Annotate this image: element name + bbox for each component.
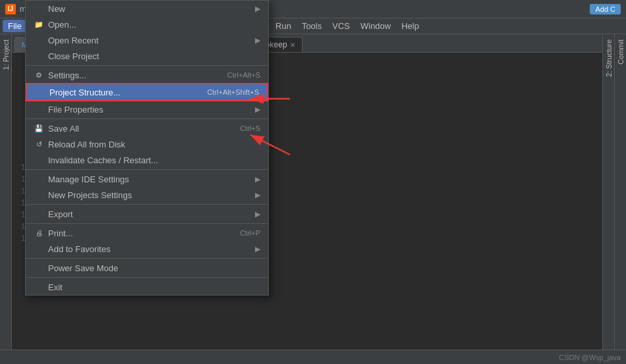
separator-1 <box>26 65 268 66</box>
open-recent-arrow: ▶ <box>255 36 260 45</box>
menu-item-project-structure[interactable]: Project Structure... Ctrl+Alt+Shift+S <box>26 83 268 101</box>
menu-item-save-all[interactable]: 💾 Save All Ctrl+S <box>26 120 268 136</box>
print-icon: 🖨 <box>34 228 44 238</box>
project-structure-shortcut: Ctrl+Alt+Shift+S <box>207 88 259 96</box>
settings-icon: ⚙ <box>34 70 44 80</box>
structure-sidebar-label[interactable]: 2: Structure <box>604 34 614 82</box>
status-text: CSDN @Wsp_java <box>559 353 621 361</box>
favorites-label: Add to Favorites <box>48 244 255 254</box>
file-properties-label: File Properties <box>48 105 255 115</box>
menu-tools[interactable]: Tools <box>297 20 327 32</box>
new-projects-label: New Projects Settings <box>48 190 255 200</box>
save-all-icon: 💾 <box>34 123 44 134</box>
menu-item-open[interactable]: 📁 Open... <box>26 16 268 32</box>
separator-2 <box>26 118 268 119</box>
project-structure-label: Project Structure... <box>49 88 202 97</box>
title-bar-right: Add C <box>590 4 621 14</box>
reload-icon: ↺ <box>34 139 44 149</box>
commit-sidebar-label[interactable]: Commit <box>615 34 626 70</box>
project-structure-icon <box>35 87 45 97</box>
export-label: Export <box>48 209 255 219</box>
menu-help[interactable]: Help <box>396 20 424 32</box>
new-label: New <box>48 4 255 14</box>
menu-item-exit[interactable]: Exit <box>26 279 268 295</box>
manage-ide-icon <box>34 174 44 184</box>
file-dropdown-menu: New ▶ 📁 Open... Open Recent ▶ Close Proj… <box>25 0 269 296</box>
open-icon: 📁 <box>34 19 44 30</box>
favorites-arrow: ▶ <box>255 245 260 253</box>
new-icon <box>34 3 44 14</box>
menu-vcs[interactable]: VCS <box>327 20 355 32</box>
favorites-icon <box>34 244 44 254</box>
menu-item-power-save[interactable]: Power Save Mode <box>26 260 268 276</box>
export-icon <box>34 209 44 219</box>
save-all-shortcut: Ctrl+S <box>240 124 260 132</box>
exit-label: Exit <box>48 282 260 292</box>
reload-label: Reload All from Disk <box>48 140 260 149</box>
menu-item-settings[interactable]: ⚙ Settings... Ctrl+Alt+S <box>26 67 268 83</box>
new-projects-arrow: ▶ <box>255 191 260 199</box>
open-recent-label: Open Recent <box>48 36 255 45</box>
menu-item-favorites[interactable]: Add to Favorites ▶ <box>26 241 268 257</box>
menu-item-open-recent[interactable]: Open Recent ▶ <box>26 32 268 48</box>
save-all-label: Save All <box>48 124 235 134</box>
app-logo: IJ <box>5 4 16 14</box>
add-button[interactable]: Add C <box>590 4 621 14</box>
menu-item-invalidate[interactable]: Invalidate Caches / Restart... <box>26 152 268 168</box>
menu-item-close-project[interactable]: Close Project <box>26 48 268 64</box>
new-projects-icon <box>34 190 44 200</box>
open-recent-icon <box>34 35 44 45</box>
structure-sidebar[interactable]: 2: Structure <box>602 34 614 364</box>
close-project-label: Close Project <box>48 51 260 61</box>
power-save-label: Power Save Mode <box>48 263 260 273</box>
menu-item-new[interactable]: New ▶ <box>26 1 268 16</box>
open-label: Open... <box>48 20 260 30</box>
project-sidebar[interactable]: 1: Project <box>0 34 12 364</box>
print-label: Print... <box>48 228 235 238</box>
file-properties-icon <box>34 104 44 115</box>
file-properties-arrow: ▶ <box>255 105 260 114</box>
menu-item-file-properties[interactable]: File Properties ▶ <box>26 101 268 117</box>
print-shortcut: Ctrl+P <box>240 229 260 237</box>
settings-label: Settings... <box>48 70 222 80</box>
export-arrow: ▶ <box>255 210 260 219</box>
separator-6 <box>26 258 268 259</box>
tab-java-close[interactable]: ✕ <box>290 41 295 49</box>
menu-window[interactable]: Window <box>355 20 396 32</box>
menu-item-export[interactable]: Export ▶ <box>26 206 268 222</box>
separator-5 <box>26 223 268 224</box>
menu-file[interactable]: File <box>3 20 27 32</box>
status-bar: CSDN @Wsp_java <box>0 350 626 364</box>
menu-item-print[interactable]: 🖨 Print... Ctrl+P <box>26 225 268 241</box>
menu-run[interactable]: Run <box>270 20 297 32</box>
menu-item-manage-ide[interactable]: Manage IDE Settings ▶ <box>26 171 268 187</box>
exit-icon <box>34 282 44 292</box>
separator-7 <box>26 277 268 278</box>
project-sidebar-label[interactable]: 1: Project <box>1 34 11 75</box>
commit-sidebar[interactable]: Commit <box>614 34 626 364</box>
menu-item-reload[interactable]: ↺ Reload All from Disk <box>26 136 268 152</box>
menu-item-new-projects[interactable]: New Projects Settings ▶ <box>26 187 268 203</box>
invalidate-label: Invalidate Caches / Restart... <box>48 155 260 165</box>
settings-shortcut: Ctrl+Alt+S <box>227 71 260 79</box>
manage-ide-arrow: ▶ <box>255 175 260 184</box>
new-arrow: ▶ <box>255 5 260 13</box>
power-save-icon <box>34 263 44 273</box>
separator-3 <box>26 169 268 170</box>
invalidate-icon <box>34 155 44 165</box>
manage-ide-label: Manage IDE Settings <box>48 174 255 184</box>
separator-4 <box>26 204 268 205</box>
close-project-icon <box>34 51 44 61</box>
